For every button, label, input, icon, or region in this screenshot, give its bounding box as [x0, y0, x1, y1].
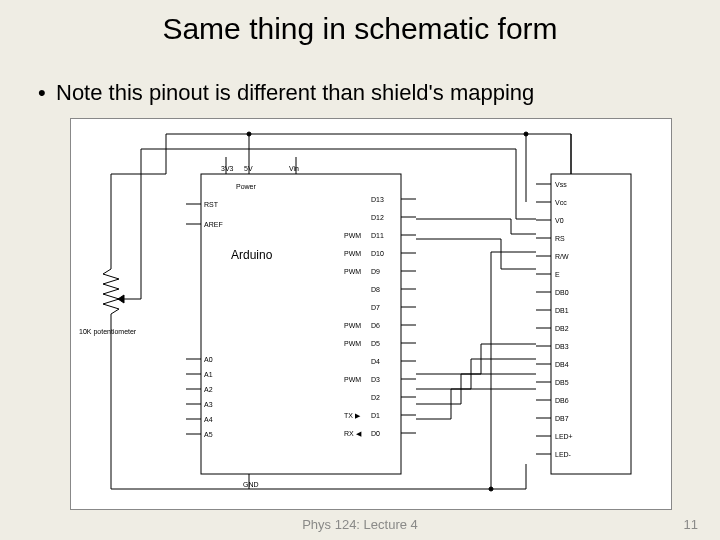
svg-text:A1: A1: [204, 371, 213, 378]
svg-text:DB7: DB7: [555, 415, 569, 422]
svg-text:RS: RS: [555, 235, 565, 242]
svg-text:LED+: LED+: [555, 433, 573, 440]
svg-text:DB2: DB2: [555, 325, 569, 332]
svg-text:E: E: [555, 271, 560, 278]
svg-text:A2: A2: [204, 386, 213, 393]
svg-text:D3: D3: [371, 376, 380, 383]
lbl-power: Power: [236, 183, 257, 190]
pin-vin: Vin: [289, 165, 299, 172]
svg-text:A4: A4: [204, 416, 213, 423]
pin-5v: 5V: [244, 165, 253, 172]
footer-center: Phys 124: Lecture 4: [0, 517, 720, 532]
schematic-diagram: 3V3 5V Vin Power GND Arduino LCD Digital…: [70, 118, 672, 510]
svg-text:TX ▶: TX ▶: [344, 412, 361, 419]
svg-text:V0: V0: [555, 217, 564, 224]
svg-text:D8: D8: [371, 286, 380, 293]
svg-text:DB4: DB4: [555, 361, 569, 368]
svg-text:D12: D12: [371, 214, 384, 221]
arduino-label: Arduino: [231, 248, 273, 262]
svg-text:D9: D9: [371, 268, 380, 275]
svg-text:PWM: PWM: [344, 268, 361, 275]
svg-text:A3: A3: [204, 401, 213, 408]
svg-text:PWM: PWM: [344, 376, 361, 383]
svg-point-47: [524, 132, 528, 136]
svg-text:D4: D4: [371, 358, 380, 365]
svg-text:A0: A0: [204, 356, 213, 363]
svg-text:D10: D10: [371, 250, 384, 257]
svg-text:DB1: DB1: [555, 307, 569, 314]
footer-page-number: 11: [684, 517, 698, 532]
svg-text:DB5: DB5: [555, 379, 569, 386]
svg-text:D7: D7: [371, 304, 380, 311]
svg-text:D6: D6: [371, 322, 380, 329]
svg-text:A5: A5: [204, 431, 213, 438]
svg-text:DB6: DB6: [555, 397, 569, 404]
svg-text:D5: D5: [371, 340, 380, 347]
svg-text:DB3: DB3: [555, 343, 569, 350]
svg-text:PWM: PWM: [344, 250, 361, 257]
pot-label: 10K potentiometer: [79, 328, 137, 336]
svg-text:RX ◀: RX ◀: [344, 430, 362, 437]
svg-text:D2: D2: [371, 394, 380, 401]
pin-3v3: 3V3: [221, 165, 234, 172]
svg-text:LED-: LED-: [555, 451, 572, 458]
slide-title: Same thing in schematic form: [0, 12, 720, 46]
svg-text:PWM: PWM: [344, 322, 361, 329]
svg-text:AREF: AREF: [204, 221, 223, 228]
svg-text:D1: D1: [371, 412, 380, 419]
svg-text:D13: D13: [371, 196, 384, 203]
svg-text:R/W: R/W: [555, 253, 569, 260]
svg-text:PWM: PWM: [344, 232, 361, 239]
svg-text:Vcc: Vcc: [555, 199, 567, 206]
svg-text:Vss: Vss: [555, 181, 567, 188]
svg-text:RST: RST: [204, 201, 219, 208]
pin-gnd: GND: [243, 481, 259, 488]
bullet-1: •Note this pinout is different than shie…: [38, 80, 534, 106]
svg-marker-50: [118, 295, 124, 303]
svg-text:D0: D0: [371, 430, 380, 437]
svg-point-48: [489, 487, 493, 491]
svg-text:DB0: DB0: [555, 289, 569, 296]
svg-text:PWM: PWM: [344, 340, 361, 347]
svg-text:D11: D11: [371, 232, 384, 239]
